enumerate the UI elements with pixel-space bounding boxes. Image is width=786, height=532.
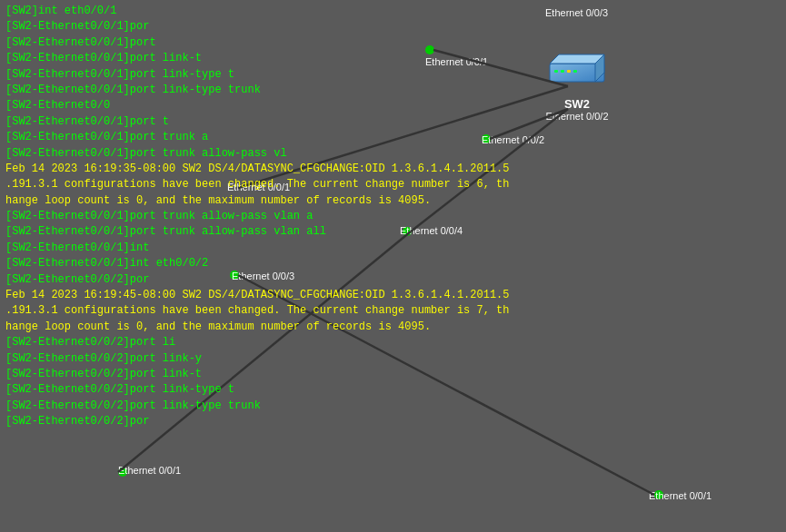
svg-line-4 (238, 86, 568, 188)
network-lines (0, 0, 786, 532)
svg-line-3 (238, 275, 654, 495)
svg-line-0 (433, 50, 568, 86)
svg-line-1 (490, 109, 568, 139)
svg-line-2 (118, 232, 411, 472)
